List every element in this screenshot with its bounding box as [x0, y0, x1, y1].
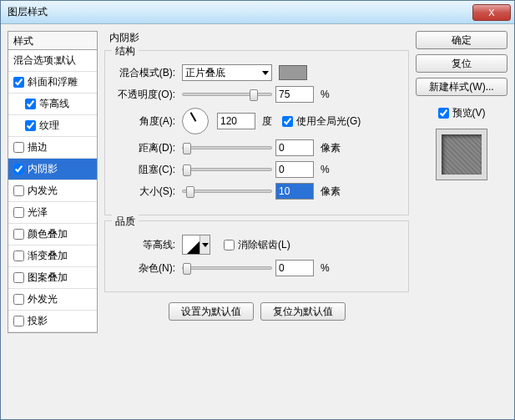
sidebar-item-6[interactable]: 内发光 — [8, 180, 97, 202]
sidebar-item-checkbox[interactable] — [13, 142, 24, 153]
distance-input[interactable] — [275, 139, 314, 156]
preview-check-input[interactable] — [438, 108, 449, 119]
sidebar-item-label: 描边 — [28, 140, 48, 154]
opacity-slider[interactable] — [182, 93, 272, 96]
size-label: 大小(S): — [114, 185, 179, 199]
sidebar-item-5[interactable]: 内阴影 — [8, 159, 97, 180]
structure-legend: 结构 — [112, 44, 139, 58]
global-light-check-input[interactable] — [282, 116, 293, 127]
global-light-label: 使用全局光(G) — [296, 114, 361, 129]
sidebar-item-checkbox[interactable] — [13, 229, 24, 240]
sidebar-item-11[interactable]: 外发光 — [8, 289, 97, 311]
preview-label: 预览(V) — [452, 106, 486, 120]
sidebar-item-label: 斜面和浮雕 — [28, 75, 78, 89]
sidebar-item-label: 光泽 — [28, 205, 48, 220]
blend-mode-select[interactable]: 正片叠底 — [182, 64, 272, 81]
sidebar-item-label: 颜色叠加 — [28, 227, 68, 241]
sidebar-item-label: 内发光 — [28, 184, 58, 198]
choke-unit: % — [321, 164, 330, 175]
global-light-checkbox[interactable]: 使用全局光(G) — [282, 114, 361, 129]
sidebar-item-label: 渐变叠加 — [28, 249, 68, 263]
opacity-unit: % — [321, 89, 330, 100]
sidebar-item-7[interactable]: 光泽 — [8, 202, 97, 224]
reset-default-button[interactable]: 复位为默认值 — [260, 302, 346, 321]
chevron-down-icon — [262, 71, 269, 75]
sidebar-item-label: 内阴影 — [28, 162, 58, 176]
sidebar-item-2[interactable]: 等高线 — [8, 94, 97, 115]
sidebar-item-checkbox[interactable] — [13, 272, 24, 283]
chevron-down-icon — [202, 243, 209, 247]
sidebar-item-3[interactable]: 纹理 — [8, 115, 97, 137]
close-button[interactable]: X — [472, 4, 511, 21]
sidebar-item-checkbox[interactable] — [13, 164, 24, 175]
new-style-button[interactable]: 新建样式(W)... — [416, 78, 507, 96]
sidebar-header: 样式 — [8, 31, 98, 49]
preview-checkbox[interactable]: 预览(V) — [438, 106, 486, 120]
dialog-body: 样式 混合选项:默认斜面和浮雕等高线纹理描边内阴影内发光光泽颜色叠加渐变叠加图案… — [1, 24, 514, 419]
antialias-checkbox[interactable]: 消除锯齿(L) — [224, 238, 290, 252]
sidebar-item-checkbox[interactable] — [25, 99, 36, 109]
sidebar-item-checkbox[interactable] — [13, 316, 24, 326]
size-input[interactable] — [275, 183, 314, 200]
sidebar-item-1[interactable]: 斜面和浮雕 — [8, 72, 97, 94]
layer-style-dialog: 图层样式 X 样式 混合选项:默认斜面和浮雕等高线纹理描边内阴影内发光光泽颜色叠… — [0, 0, 515, 420]
sidebar-item-9[interactable]: 渐变叠加 — [8, 245, 97, 267]
quality-legend: 品质 — [112, 215, 139, 229]
shadow-color-swatch[interactable] — [279, 65, 307, 80]
sidebar-item-label: 等高线 — [39, 97, 69, 111]
antialias-label: 消除锯齿(L) — [238, 238, 290, 252]
sidebar-item-checkbox[interactable] — [13, 77, 24, 88]
angle-unit: 度 — [262, 114, 272, 129]
titlebar: 图层样式 X — [1, 1, 514, 24]
sidebar-item-label: 投影 — [28, 314, 48, 328]
distance-slider[interactable] — [182, 146, 272, 149]
ok-button[interactable]: 确定 — [416, 31, 507, 49]
sidebar-item-12[interactable]: 投影 — [8, 311, 97, 332]
sidebar-item-label: 图案叠加 — [28, 271, 68, 285]
sidebar-item-checkbox[interactable] — [25, 120, 36, 131]
structure-fieldset: 结构 混合模式(B): 正片叠底 不透明度(O): % 角度(A — [104, 50, 409, 215]
style-list: 混合选项:默认斜面和浮雕等高线纹理描边内阴影内发光光泽颜色叠加渐变叠加图案叠加外… — [8, 49, 98, 333]
size-unit: 像素 — [321, 185, 341, 199]
angle-input[interactable] — [217, 113, 255, 129]
quality-fieldset: 品质 等高线: 消除锯齿(L) 杂色(N): % — [104, 220, 409, 292]
contour-label: 等高线: — [114, 238, 179, 252]
blend-mode-value: 正片叠底 — [185, 66, 225, 80]
sidebar-item-checkbox[interactable] — [13, 185, 24, 196]
window-title: 图层样式 — [8, 5, 472, 19]
sidebar-item-checkbox[interactable] — [13, 294, 24, 305]
opacity-input[interactable] — [275, 86, 314, 103]
default-buttons-row: 设置为默认值 复位为默认值 — [104, 302, 409, 321]
make-default-button[interactable]: 设置为默认值 — [169, 302, 254, 321]
sidebar-item-8[interactable]: 颜色叠加 — [8, 224, 97, 245]
noise-slider[interactable] — [182, 266, 272, 270]
sidebar-item-label: 混合选项:默认 — [13, 53, 76, 68]
sidebar-item-0[interactable]: 混合选项:默认 — [8, 50, 97, 72]
right-column: 确定 复位 新建样式(W)... 预览(V) — [416, 31, 507, 412]
angle-label: 角度(A): — [114, 114, 179, 129]
sidebar-item-10[interactable]: 图案叠加 — [8, 267, 97, 289]
sidebar-item-label: 纹理 — [39, 119, 59, 133]
sidebar-item-checkbox[interactable] — [13, 207, 24, 218]
preview-thumbnail — [436, 129, 487, 180]
noise-unit: % — [321, 262, 330, 274]
choke-input[interactable] — [275, 161, 314, 178]
blend-mode-label: 混合模式(B): — [114, 66, 179, 80]
distance-label: 距离(D): — [114, 141, 179, 155]
choke-slider[interactable] — [182, 168, 272, 171]
noise-input[interactable] — [275, 260, 314, 276]
style-sidebar: 样式 混合选项:默认斜面和浮雕等高线纹理描边内阴影内发光光泽颜色叠加渐变叠加图案… — [8, 31, 98, 412]
choke-label: 阻塞(C): — [114, 163, 179, 177]
sidebar-item-label: 外发光 — [28, 292, 58, 306]
cancel-button[interactable]: 复位 — [416, 54, 507, 73]
panel-title: 内阴影 — [109, 31, 409, 45]
antialias-check-input[interactable] — [224, 240, 235, 250]
size-slider[interactable] — [182, 190, 272, 193]
sidebar-item-checkbox[interactable] — [13, 250, 24, 261]
distance-unit: 像素 — [321, 141, 341, 155]
sidebar-item-4[interactable]: 描边 — [8, 137, 97, 159]
opacity-label: 不透明度(O): — [114, 88, 179, 102]
settings-panel: 内阴影 结构 混合模式(B): 正片叠底 不透明度(O): % — [104, 31, 409, 412]
angle-dial[interactable] — [182, 108, 209, 134]
contour-picker[interactable] — [182, 235, 210, 255]
